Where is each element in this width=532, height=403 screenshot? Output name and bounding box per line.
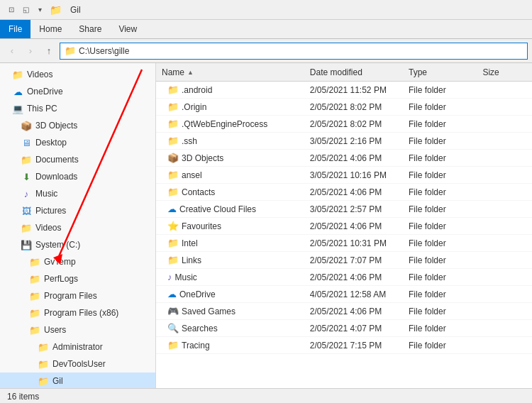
address-bar: ‹ › ↑ 📁 C:\Users\gille <box>0 39 532 63</box>
file-name-label: Searches <box>182 324 218 333</box>
file-name-cell: 📁 .QtWebEngineProcess <box>156 118 310 129</box>
table-row[interactable]: 📁 Tracing 2/05/2021 7:15 PM File folder <box>156 337 532 354</box>
table-row[interactable]: ☁ Creative Cloud Files 3/05/2021 2:57 PM… <box>156 201 532 218</box>
desktop-icon: 🖥 <box>20 136 33 149</box>
file-type-cell: File folder <box>409 341 482 350</box>
window-title: Gil <box>70 5 81 15</box>
sidebar-item-gvtemp[interactable]: 📁 GvTemp <box>0 253 155 270</box>
table-row[interactable]: 📦 3D Objects 2/05/2021 4:06 PM File fold… <box>156 150 532 167</box>
table-row[interactable]: 📁 Contacts 2/05/2021 4:06 PM File folder <box>156 184 532 201</box>
sidebar-item-desktop[interactable]: 🖥 Desktop <box>0 134 155 151</box>
sidebar-label: Gil <box>52 376 63 386</box>
ribbon-tabs: File Home Share View <box>0 20 532 38</box>
tab-file[interactable]: File <box>0 20 31 38</box>
title-icon-3: ▾ <box>34 4 45 16</box>
sidebar-item-3d-objects[interactable]: 📦 3D Objects <box>0 117 155 134</box>
file-date-cell: 2/05/2021 8:02 PM <box>310 102 409 112</box>
address-input[interactable]: 📁 C:\Users\gille <box>60 43 528 60</box>
sidebar-item-devtoolsuser[interactable]: 📁 DevToolsUser <box>0 355 155 372</box>
thispc-icon: 💻 <box>11 102 24 115</box>
file-type-icon: 📁 <box>167 340 179 350</box>
table-row[interactable]: 🎮 Saved Games 2/05/2021 4:06 PM File fol… <box>156 303 532 320</box>
file-rows-container: 📁 .android 2/05/2021 11:52 PM File folde… <box>156 82 532 354</box>
file-date-cell: 2/05/2021 11:52 PM <box>310 85 409 95</box>
file-type-icon: 📁 <box>167 170 179 180</box>
file-name-label: Tracing <box>182 341 210 350</box>
tab-view[interactable]: View <box>110 20 145 38</box>
sidebar-label: Videos <box>27 70 52 79</box>
sidebar-item-music[interactable]: ♪ Music <box>0 185 155 202</box>
sidebar-item-videos[interactable]: 📁 Videos <box>0 219 155 236</box>
table-row[interactable]: 📁 ansel 3/05/2021 10:16 PM File folder <box>156 167 532 184</box>
status-count: 16 items <box>7 392 39 402</box>
sidebar-item-program-files-x86[interactable]: 📁 Program Files (x86) <box>0 304 155 321</box>
file-name-label: .android <box>182 85 212 95</box>
file-name-label: Links <box>182 255 201 265</box>
sidebar-item-onedrive[interactable]: ☁ OneDrive <box>0 83 155 100</box>
col-header-date[interactable]: Date modified <box>310 67 409 77</box>
sidebar-item-pictures[interactable]: 🖼 Pictures <box>0 202 155 219</box>
sidebar-label: Desktop <box>35 138 67 148</box>
sidebar-item-program-files[interactable]: 📁 Program Files <box>0 287 155 304</box>
title-bar: ⊡ ◱ ▾ 📁 Gil <box>0 0 532 20</box>
file-type-icon: 🔍 <box>167 323 179 333</box>
table-row[interactable]: 📁 Intel 2/05/2021 10:31 PM File folder <box>156 235 532 252</box>
file-type-cell: File folder <box>409 85 482 95</box>
file-list-header: Name ▲ Date modified Type Size <box>156 63 532 82</box>
table-row[interactable]: 📁 .ssh 3/05/2021 2:16 PM File folder <box>156 133 532 150</box>
table-row[interactable]: ☁ OneDrive 4/05/2021 12:58 AM File folde… <box>156 286 532 303</box>
file-type-icon: ⭐ <box>167 221 179 231</box>
file-name-cell: 📁 Tracing <box>156 340 310 350</box>
sidebar-item-administrator[interactable]: 📁 Administrator <box>0 338 155 355</box>
sidebar-item-documents[interactable]: 📁 Documents <box>0 151 155 168</box>
file-type-icon: 📁 <box>167 238 179 248</box>
file-name-label: Music <box>175 272 197 282</box>
file-name-label: .ssh <box>182 136 197 146</box>
table-row[interactable]: ⭐ Favourites 2/05/2021 4:06 PM File fold… <box>156 218 532 235</box>
sidebar-item-this-pc[interactable]: 💻 This PC <box>0 100 155 117</box>
file-name-cell: ⭐ Favourites <box>156 221 310 231</box>
table-row[interactable]: 📁 .android 2/05/2021 11:52 PM File folde… <box>156 82 532 99</box>
file-date-cell: 2/05/2021 8:02 PM <box>310 119 409 129</box>
file-type-cell: File folder <box>409 272 482 282</box>
sidebar-item-videos-top[interactable]: 📁 Videos <box>0 66 155 83</box>
file-date-cell: 2/05/2021 4:06 PM <box>310 307 409 316</box>
perflogs-icon: 📁 <box>28 272 41 285</box>
up-button[interactable]: ↑ <box>41 43 57 59</box>
file-date-cell: 2/05/2021 7:15 PM <box>310 341 409 350</box>
sidebar: 📁 Videos ☁ OneDrive 💻 This PC 📦 3D Objec… <box>0 63 156 388</box>
table-row[interactable]: ♪ Music 2/05/2021 4:06 PM File folder <box>156 269 532 286</box>
sidebar-item-system-c[interactable]: 💾 System (C:) <box>0 236 155 253</box>
sidebar-item-downloads[interactable]: ⬇ Downloads <box>0 168 155 185</box>
file-name-label: 3D Objects <box>182 153 223 163</box>
table-row[interactable]: 🔍 Searches 2/05/2021 4:07 PM File folder <box>156 320 532 337</box>
back-button[interactable]: ‹ <box>4 43 20 59</box>
gil-icon: 📁 <box>37 375 50 387</box>
sidebar-item-users[interactable]: 📁 Users <box>0 321 155 338</box>
address-path: C:\Users\gille <box>79 46 129 56</box>
file-name-label: Intel <box>182 238 198 248</box>
sidebar-label: OneDrive <box>27 87 63 96</box>
file-name-cell: 📁 Contacts <box>156 187 310 197</box>
table-row[interactable]: 📁 Links 2/05/2021 7:07 PM File folder <box>156 252 532 269</box>
sidebar-item-perflogs[interactable]: 📁 PerfLogs <box>0 270 155 287</box>
sidebar-label: Administrator <box>52 342 103 352</box>
col-header-type[interactable]: Type <box>409 67 482 77</box>
col-header-size[interactable]: Size <box>482 67 532 77</box>
users-icon: 📁 <box>28 324 41 336</box>
sidebar-label: Program Files (x86) <box>44 308 118 318</box>
file-name-label: Saved Games <box>182 307 235 316</box>
file-name-cell: 📁 Intel <box>156 238 310 248</box>
file-name-label: Creative Cloud Files <box>179 204 256 214</box>
tab-share[interactable]: Share <box>70 20 110 38</box>
sidebar-item-gil[interactable]: 📁 Gil <box>0 372 155 388</box>
tab-home[interactable]: Home <box>31 20 70 38</box>
file-date-cell: 2/05/2021 10:31 PM <box>310 238 409 248</box>
title-folder-icon: 📁 <box>50 4 62 16</box>
table-row[interactable]: 📁 .QtWebEngineProcess 2/05/2021 8:02 PM … <box>156 116 532 133</box>
col-header-name[interactable]: Name ▲ <box>156 67 310 77</box>
file-name-label: .QtWebEngineProcess <box>182 119 267 129</box>
table-row[interactable]: 📁 .Origin 2/05/2021 8:02 PM File folder <box>156 99 532 116</box>
forward-button[interactable]: › <box>23 43 38 59</box>
file-date-cell: 2/05/2021 4:06 PM <box>310 272 409 282</box>
